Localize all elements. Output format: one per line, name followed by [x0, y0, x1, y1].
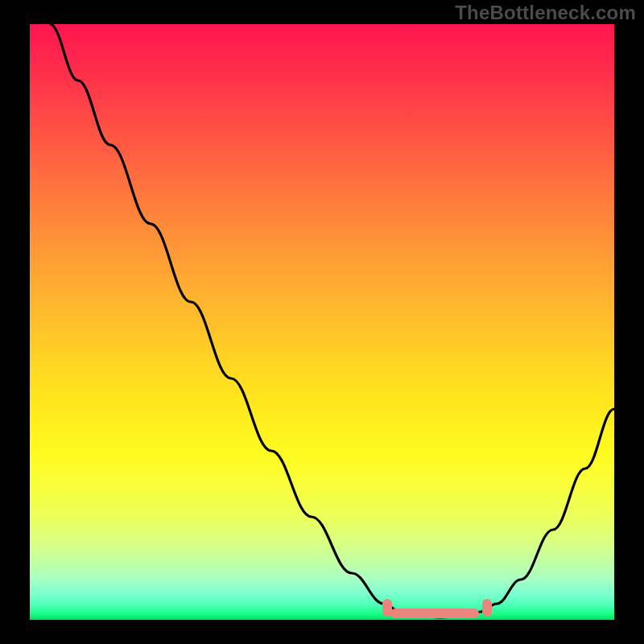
bottleneck-curve [30, 24, 614, 620]
plot-area [30, 24, 614, 620]
optimal-range-band [390, 609, 479, 618]
curve-path [50, 24, 614, 617]
optimal-range-left-marker [382, 599, 392, 617]
watermark-label: TheBottleneck.com [455, 2, 636, 24]
chart-frame: TheBottleneck.com [0, 0, 644, 644]
optimal-range-right-marker [482, 599, 492, 617]
